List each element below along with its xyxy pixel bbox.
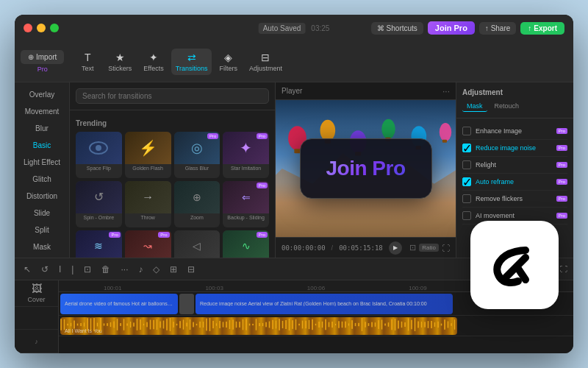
export-button[interactable]: ↑ Export <box>520 22 564 35</box>
close-button[interactable] <box>24 24 32 32</box>
transition-starburst[interactable]: ✦ Pro Star Imitation <box>223 132 269 178</box>
audio-clip[interactable]: All I Want Is You <box>60 317 457 335</box>
left-panel-mask[interactable]: Mask <box>18 239 66 255</box>
play-button[interactable]: ▶ <box>389 241 402 255</box>
more-btn[interactable]: ··· <box>118 263 131 276</box>
titlebar: Auto Saved 03:25 ⌘ Shortcuts Join Pro ↑ … <box>15 15 573 41</box>
window-controls <box>24 24 59 32</box>
shortcuts-button[interactable]: ⌘ Shortcuts <box>371 22 423 35</box>
undo-btn[interactable]: ↺ <box>38 263 51 276</box>
svg-rect-19 <box>71 322 72 325</box>
svg-rect-85 <box>289 318 290 330</box>
transition-shake[interactable]: ≋ Pro Shake II <box>76 230 122 258</box>
svg-rect-28 <box>100 318 101 331</box>
left-panel-glitch[interactable]: Glitch <box>18 171 66 187</box>
transitions-label: Transitions <box>176 65 208 72</box>
transition-prev[interactable]: ◁ Prev <box>174 230 220 258</box>
audio-btn[interactable]: ♪ <box>135 263 146 276</box>
video-clip-2[interactable]: Reduce image noise Aerial view of Zlatni… <box>196 294 453 314</box>
cursor-tool[interactable]: ↖ <box>21 263 34 276</box>
svg-rect-96 <box>325 319 326 330</box>
toolbar-transitions[interactable]: ⇄ Transitions <box>171 49 212 75</box>
svg-rect-37 <box>130 321 132 327</box>
tab-mask[interactable]: Mask <box>462 101 487 112</box>
filter-btn[interactable]: ⊟ <box>184 263 198 276</box>
toolbar-filters[interactable]: ◈ Filters <box>215 49 242 75</box>
relight-checkbox[interactable] <box>462 160 471 169</box>
ruler-mark-4: 100:09 <box>367 285 468 291</box>
search-input[interactable] <box>76 88 269 104</box>
enhance-image-checkbox[interactable] <box>462 127 471 135</box>
reduce-noise-checkbox[interactable]: ✓ <box>462 144 471 152</box>
minimize-button[interactable] <box>37 24 46 32</box>
transition-throw[interactable]: → Throw <box>125 181 171 227</box>
adj-auto-reframe: ✓ Auto reframe Pro <box>462 174 567 191</box>
adjustment-icon: ⊟ <box>261 52 270 63</box>
split-v-btn[interactable]: | <box>68 263 76 276</box>
time-current: 00:00:00:00 <box>282 244 326 252</box>
glide-icon: ↝ <box>143 240 152 252</box>
svg-rect-99 <box>335 323 337 325</box>
left-panel-distortion[interactable]: Distortion <box>18 188 66 204</box>
svg-rect-27 <box>97 322 98 326</box>
auto-save-badge: Auto Saved <box>259 23 306 34</box>
player-controls: 00:00:00:00 / 00:05:15:18 ▶ ⊡ Ratio ⛶ <box>276 237 456 258</box>
svg-rect-108 <box>365 322 366 327</box>
transition-spin[interactable]: ↺ Spin - Ombre <box>76 181 122 227</box>
auto-reframe-checkbox[interactable]: ✓ <box>462 177 471 186</box>
left-panel-slide[interactable]: Slide <box>18 205 66 221</box>
transition-thumb <box>76 132 122 164</box>
prev-icon: ◁ <box>193 240 201 252</box>
player-menu-icon[interactable]: ··· <box>442 86 450 96</box>
filters-label: Filters <box>219 65 237 72</box>
join-pro-button[interactable]: Join Pro <box>428 21 475 35</box>
transition-glide[interactable]: ↝ Pro Glide - Sweep <box>125 230 171 258</box>
svg-rect-107 <box>362 318 363 331</box>
toolbar-adjustment[interactable]: ⊟ Adjustment <box>245 49 287 75</box>
toolbar-stickers[interactable]: ★ Stickers <box>104 49 136 75</box>
svg-rect-25 <box>90 318 92 330</box>
adjustment-title: Adjustment <box>462 88 567 96</box>
text-btn[interactable]: ⊞ <box>167 263 180 276</box>
video-transition[interactable] <box>179 294 194 314</box>
left-panel-light-effect[interactable]: Light Effect <box>18 155 66 170</box>
transition-backup[interactable]: ⇐ Pro Backup - Sliding <box>223 181 269 227</box>
fullscreen-icon[interactable]: ⛶ <box>442 244 450 252</box>
delete-btn[interactable]: 🗑 <box>98 263 113 276</box>
share-button[interactable]: ↑ Share <box>479 22 516 35</box>
backup-icon: ⇐ <box>242 191 251 203</box>
split-btn[interactable]: I <box>56 263 64 276</box>
tab-retouch[interactable]: Retouch <box>490 101 524 112</box>
import-button[interactable]: ⊕ Import <box>21 50 64 64</box>
toolbar-effects[interactable]: ✦ Effects <box>139 49 168 75</box>
svg-rect-121 <box>408 318 409 330</box>
ai-movement-checkbox[interactable] <box>462 211 471 220</box>
transitions-icon: ⇄ <box>187 52 196 63</box>
transition-space-flip[interactable]: Space Flip <box>76 132 122 178</box>
transition-golden-flash[interactable]: ⚡ Golden Flash <box>125 132 171 178</box>
clip-btn[interactable]: ⊡ <box>81 263 94 276</box>
maximize-button[interactable] <box>50 24 59 32</box>
timeline-expand[interactable]: ⛶ <box>560 265 567 273</box>
left-panel-blur[interactable]: Blur <box>18 121 66 136</box>
svg-rect-15 <box>442 140 447 143</box>
left-panel-split[interactable]: Split <box>18 222 66 238</box>
sticker-btn[interactable]: ◇ <box>150 263 162 276</box>
svg-rect-119 <box>401 321 403 327</box>
player-area: Player ··· <box>276 82 456 258</box>
svg-rect-56 <box>193 322 194 327</box>
toolbar-text[interactable]: T Text <box>74 49 101 75</box>
remove-flickers-checkbox[interactable] <box>462 194 471 203</box>
transition-zoom[interactable]: ⊕ Zoom <box>174 181 220 227</box>
transition-glass-blur[interactable]: ◎ Pro Glass Blur <box>174 132 220 178</box>
ratio-badge[interactable]: Ratio <box>419 244 439 252</box>
svg-rect-116 <box>391 319 392 330</box>
left-panel-overlay[interactable]: Overlay <box>18 87 66 102</box>
svg-rect-76 <box>259 322 260 325</box>
transition-name: Star Imitation <box>223 164 269 172</box>
left-panel-basic[interactable]: Basic <box>18 138 66 153</box>
transition-flow[interactable]: ∿ Pro Flow <box>223 230 269 258</box>
left-panel-movement[interactable]: Movement <box>18 104 66 119</box>
video-clip-1[interactable]: Aerial drone video of famous Hot air bal… <box>60 294 178 314</box>
fit-icon[interactable]: ⊡ <box>409 243 416 252</box>
